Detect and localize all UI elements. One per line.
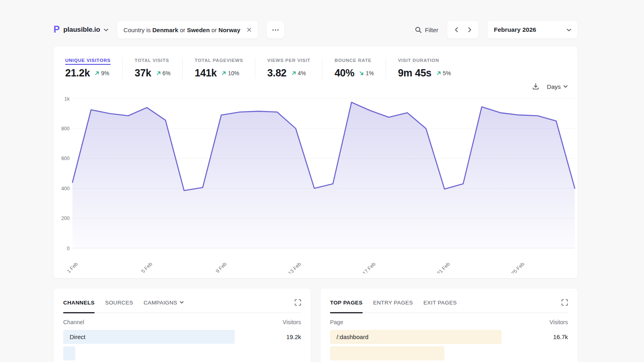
table-row[interactable]: Direct 19.2k <box>63 330 301 344</box>
filter-button[interactable]: Filter <box>415 27 438 33</box>
date-range-label: February 2026 <box>494 26 536 33</box>
row-bar <box>63 330 235 344</box>
svg-text:400: 400 <box>61 186 70 191</box>
metric-label: TOTAL VISITS <box>135 58 171 63</box>
breakdown-section: CHANNELS SOURCES CAMPAIGNS Channel Visit… <box>54 288 578 362</box>
svg-text:1k: 1k <box>64 96 70 102</box>
metric-label: BOUNCE RATE <box>334 58 374 63</box>
metric-views-per-visit[interactable]: VIEWS PER VISIT 3.82 4% <box>255 58 322 79</box>
tab-exit-pages[interactable]: EXIT PAGES <box>423 300 457 306</box>
column-channel: Channel <box>63 319 84 325</box>
trend-arrow-icon <box>359 71 364 76</box>
tab-campaigns[interactable]: CAMPAIGNS <box>144 300 184 306</box>
site-switcher[interactable]: P plausible.io <box>54 25 108 35</box>
metric-change: 5% <box>436 70 451 76</box>
metric-change: 10% <box>221 70 239 76</box>
column-visitors: Visitors <box>549 319 568 325</box>
metric-visit-duration[interactable]: VISIT DURATION 9m 45s 5% <box>386 58 463 79</box>
chart-series <box>72 102 575 248</box>
prev-period-button[interactable] <box>450 21 462 39</box>
metric-total-pageviews[interactable]: TOTAL PAGEVIEWS 141k 10% <box>182 58 255 79</box>
trend-arrow-icon <box>436 71 441 76</box>
svg-text:13 Feb: 13 Feb <box>287 261 302 274</box>
metric-label: VIEWS PER VISIT <box>267 58 310 63</box>
svg-text:5 Feb: 5 Feb <box>140 261 154 274</box>
chevron-down-icon <box>567 29 571 31</box>
metrics-row: UNIQUE VISITORS 21.2k 9% TOTAL VISITS 37… <box>54 46 578 79</box>
metric-value: 3.82 <box>267 67 287 79</box>
column-visitors: Visitors <box>283 319 301 325</box>
svg-text:25 Feb: 25 Feb <box>510 261 525 274</box>
svg-text:1 Feb: 1 Feb <box>66 261 79 274</box>
trend-arrow-icon <box>95 71 99 76</box>
channels-card: CHANNELS SOURCES CAMPAIGNS Channel Visit… <box>54 288 311 362</box>
search-icon <box>415 27 422 33</box>
metric-change: 4% <box>291 70 306 76</box>
metric-label: UNIQUE VISITORS <box>65 58 111 63</box>
active-filter-pill[interactable]: Country is Denmark or Sweden or Norway <box>117 21 258 39</box>
svg-text:600: 600 <box>61 156 70 161</box>
chevron-down-icon <box>180 301 184 304</box>
row-value: 19.2k <box>286 333 301 340</box>
metric-change: 6% <box>156 70 171 76</box>
expand-icon[interactable] <box>295 299 301 306</box>
table-row[interactable]: /:dashboard 16.7k <box>330 330 568 344</box>
table-row-partial[interactable] <box>63 346 301 360</box>
remove-filter-icon[interactable] <box>247 27 252 32</box>
column-page: Page <box>330 319 343 325</box>
interval-label: Days <box>547 83 561 90</box>
metric-value: 21.2k <box>65 67 90 79</box>
filter-pill-text: Country is Denmark or Sweden or Norway <box>124 27 240 33</box>
metric-total-visits[interactable]: TOTAL VISITS 37k 6% <box>122 58 182 79</box>
site-name: plausible.io <box>63 26 100 34</box>
plausible-logo-icon: P <box>54 25 60 34</box>
metric-change: 1% <box>359 70 374 76</box>
metric-value: 37k <box>135 67 151 79</box>
row-label: Direct <box>63 333 85 340</box>
trend-arrow-icon <box>291 71 296 76</box>
interval-dropdown[interactable]: Days <box>547 83 568 90</box>
topbar: P plausible.io Country is Denmark or Swe… <box>54 21 578 39</box>
svg-text:200: 200 <box>61 216 70 221</box>
metric-value: 9m 45s <box>398 67 431 79</box>
metric-value: 40% <box>334 67 354 79</box>
row-label: /:dashboard <box>330 333 368 340</box>
svg-text:17 Feb: 17 Feb <box>361 261 376 274</box>
more-filters-button[interactable] <box>267 21 284 39</box>
table-header: Channel Visitors <box>63 319 301 325</box>
row-value: 16.7k <box>553 333 568 340</box>
tab-entry-pages[interactable]: ENTRY PAGES <box>373 300 413 306</box>
chevron-right-icon <box>468 27 471 32</box>
pages-card: TOP PAGES ENTRY PAGES EXIT PAGES Page Vi… <box>320 288 578 362</box>
tab-sources[interactable]: SOURCES <box>105 300 133 306</box>
date-nav <box>447 21 479 39</box>
trend-arrow-icon <box>221 71 226 76</box>
tab-top-pages[interactable]: TOP PAGES <box>330 300 363 306</box>
metric-bounce-rate[interactable]: BOUNCE RATE 40% 1% <box>322 58 386 79</box>
chart-toolbar: Days <box>54 82 578 91</box>
metric-value: 141k <box>195 67 217 79</box>
expand-icon[interactable] <box>561 299 568 306</box>
metric-unique-visitors[interactable]: UNIQUE VISITORS 21.2k 9% <box>65 58 122 79</box>
row-bar <box>63 346 75 360</box>
filter-button-label: Filter <box>425 27 438 33</box>
table-row-partial[interactable] <box>330 346 568 360</box>
plausible-dashboard: P plausible.io Country is Denmark or Swe… <box>54 21 578 362</box>
visitors-chart[interactable]: 02004006008001k1 Feb5 Feb9 Feb13 Feb17 F… <box>54 95 578 274</box>
metric-change: 9% <box>95 70 109 76</box>
trend-arrow-icon <box>156 71 161 76</box>
tab-channels[interactable]: CHANNELS <box>63 300 95 306</box>
metric-label: TOTAL PAGEVIEWS <box>195 58 243 63</box>
channels-tabs: CHANNELS SOURCES CAMPAIGNS <box>63 299 301 313</box>
row-bar <box>330 346 444 360</box>
download-icon[interactable] <box>532 83 539 90</box>
svg-text:800: 800 <box>61 126 70 132</box>
svg-text:9 Feb: 9 Feb <box>215 261 228 274</box>
chevron-left-icon <box>455 27 458 32</box>
svg-text:0: 0 <box>67 246 70 251</box>
date-range-picker[interactable]: February 2026 <box>487 21 578 39</box>
table-header: Page Visitors <box>330 319 568 325</box>
next-period-button[interactable] <box>464 21 476 39</box>
pages-tabs: TOP PAGES ENTRY PAGES EXIT PAGES <box>330 299 568 313</box>
chevron-down-icon <box>104 29 108 31</box>
